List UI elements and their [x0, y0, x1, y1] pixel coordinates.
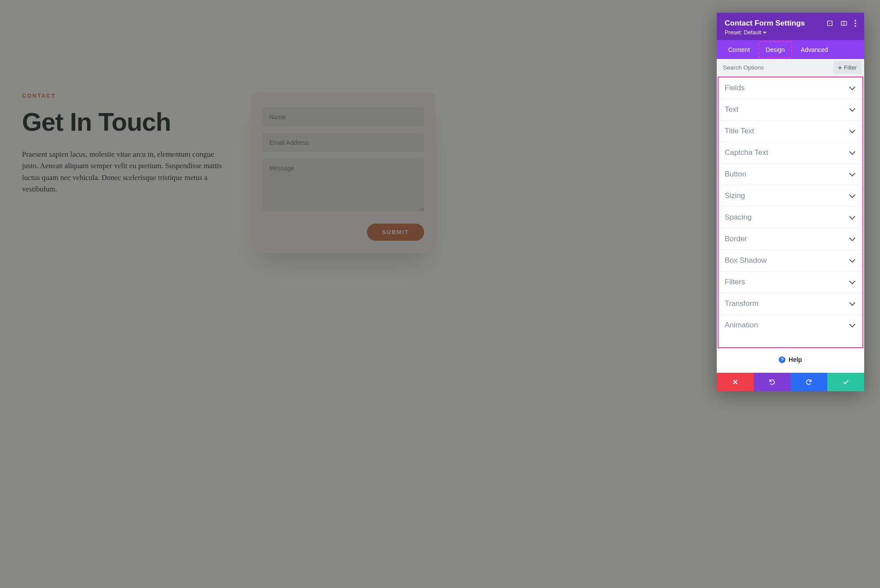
option-filters[interactable]: Filters [719, 272, 862, 293]
option-label: Transform [725, 299, 759, 308]
option-label: Border [725, 235, 747, 243]
svg-point-4 [854, 20, 856, 22]
help-button[interactable]: ? Help [717, 348, 864, 373]
message-field[interactable] [262, 158, 424, 211]
option-label: Title Text [725, 127, 754, 136]
chevron-down-icon [849, 300, 855, 306]
search-input[interactable] [717, 60, 831, 75]
chevron-down-icon [849, 213, 855, 220]
option-label: Captcha Text [725, 148, 768, 157]
close-icon [732, 379, 739, 386]
chevron-down-icon [849, 170, 855, 176]
redo-button[interactable] [791, 373, 828, 391]
chevron-down-icon [849, 84, 855, 90]
contact-headline: Get In Touch [22, 107, 224, 136]
undo-button[interactable] [754, 373, 791, 391]
filter-label: Filter [844, 64, 857, 71]
submit-button[interactable]: SUBMIT [367, 224, 424, 241]
plus-icon: + [838, 65, 842, 71]
caret-down-icon [763, 32, 766, 34]
option-label: Button [725, 170, 746, 179]
option-box-shadow[interactable]: Box Shadow [719, 250, 862, 272]
tab-advanced[interactable]: Advanced [794, 41, 835, 58]
option-label: Fields [725, 84, 744, 92]
help-label: Help [788, 356, 802, 363]
contact-text-column: CONTACT Get In Touch Praesent sapien lac… [22, 92, 224, 195]
redo-icon [805, 379, 812, 386]
preset-prefix: Preset: [725, 29, 742, 36]
columns-icon[interactable] [840, 20, 847, 27]
settings-panel: Contact Form Settings Preset: Default Co… [717, 13, 864, 391]
name-field[interactable] [262, 107, 424, 127]
option-transform[interactable]: Transform [719, 293, 862, 315]
svg-point-5 [854, 22, 856, 24]
kebab-menu-icon[interactable] [854, 20, 856, 27]
chevron-down-icon [849, 192, 855, 198]
options-list: Fields Text Title Text Captcha Text Butt… [718, 77, 863, 348]
option-label: Text [725, 105, 738, 114]
chevron-down-icon [849, 278, 855, 284]
option-button[interactable]: Button [719, 164, 862, 185]
option-sizing[interactable]: Sizing [719, 185, 862, 207]
panel-footer [717, 373, 864, 391]
option-title-text[interactable]: Title Text [719, 121, 862, 142]
preset-selector[interactable]: Preset: Default [725, 29, 766, 36]
panel-title: Contact Form Settings [725, 19, 805, 28]
check-icon [842, 379, 849, 386]
option-label: Sizing [725, 191, 745, 200]
cancel-button[interactable] [717, 373, 754, 391]
option-label: Spacing [725, 213, 752, 222]
option-label: Box Shadow [725, 256, 766, 265]
chevron-down-icon [849, 321, 855, 327]
option-fields[interactable]: Fields [719, 77, 862, 99]
tab-content[interactable]: Content [721, 41, 757, 58]
option-text[interactable]: Text [719, 99, 862, 121]
chevron-down-icon [849, 149, 855, 155]
svg-point-1 [829, 23, 830, 24]
option-captcha-text[interactable]: Captcha Text [719, 142, 862, 164]
chevron-down-icon [849, 235, 855, 241]
contact-body: Praesent sapien lacus, molestie vitae ar… [22, 149, 224, 195]
panel-header: Contact Form Settings Preset: Default [717, 13, 864, 40]
option-border[interactable]: Border [719, 228, 862, 250]
contact-form-column: SUBMIT [251, 92, 436, 253]
contact-form-card: SUBMIT [251, 92, 436, 253]
save-button[interactable] [827, 373, 864, 391]
undo-icon [769, 379, 776, 386]
chevron-down-icon [849, 257, 855, 263]
option-label: Animation [725, 321, 758, 330]
filter-button[interactable]: + Filter [833, 61, 862, 74]
chevron-down-icon [849, 127, 855, 133]
svg-point-6 [854, 25, 856, 27]
preset-value: Default [744, 29, 762, 36]
panel-search-bar: + Filter [717, 59, 864, 77]
option-label: Filters [725, 278, 745, 287]
help-icon: ? [779, 356, 785, 363]
email-field[interactable] [262, 133, 424, 152]
contact-eyebrow: CONTACT [22, 92, 224, 99]
option-animation[interactable]: Animation [719, 315, 862, 336]
chevron-down-icon [849, 106, 855, 112]
tab-design[interactable]: Design [759, 41, 792, 58]
option-spacing[interactable]: Spacing [719, 207, 862, 228]
panel-tabs: Content Design Advanced [717, 40, 864, 59]
expand-icon[interactable] [826, 20, 833, 27]
